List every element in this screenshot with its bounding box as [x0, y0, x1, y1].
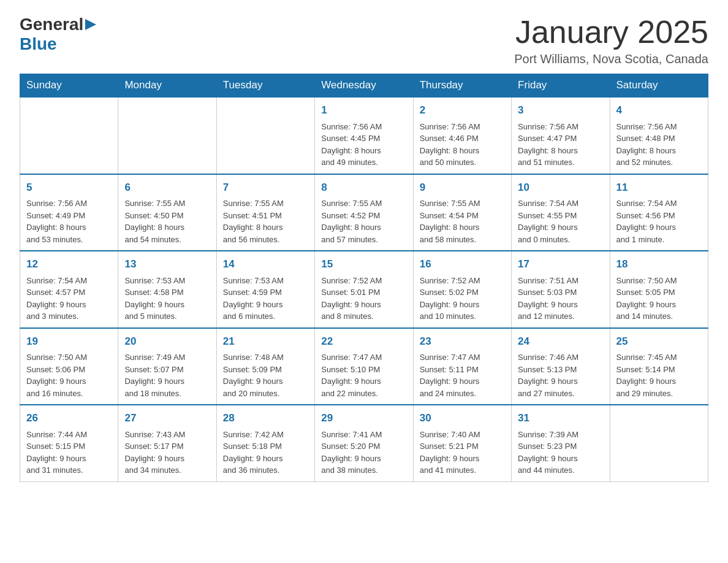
calendar-cell: 7Sunrise: 7:55 AM Sunset: 4:51 PM Daylig… — [216, 174, 314, 251]
calendar-cell: 3Sunrise: 7:56 AM Sunset: 4:47 PM Daylig… — [512, 97, 610, 174]
day-info: Sunrise: 7:54 AM Sunset: 4:55 PM Dayligh… — [518, 197, 603, 245]
day-number: 26 — [26, 410, 112, 426]
day-number: 11 — [616, 180, 702, 196]
calendar-cell: 2Sunrise: 7:56 AM Sunset: 4:46 PM Daylig… — [413, 97, 511, 174]
logo-blue-text: Blue — [20, 34, 57, 53]
day-number: 1 — [321, 102, 406, 118]
day-info: Sunrise: 7:49 AM Sunset: 5:07 PM Dayligh… — [124, 351, 210, 399]
calendar-cell: 6Sunrise: 7:55 AM Sunset: 4:50 PM Daylig… — [118, 174, 216, 251]
day-info: Sunrise: 7:40 AM Sunset: 5:21 PM Dayligh… — [420, 429, 505, 477]
calendar-cell: 25Sunrise: 7:45 AM Sunset: 5:14 PM Dayli… — [610, 328, 708, 405]
calendar-week-row: 12Sunrise: 7:54 AM Sunset: 4:57 PM Dayli… — [20, 251, 708, 328]
calendar-week-row: 26Sunrise: 7:44 AM Sunset: 5:15 PM Dayli… — [20, 405, 708, 481]
day-number: 20 — [124, 334, 210, 350]
day-number: 6 — [124, 180, 210, 196]
calendar-cell: 21Sunrise: 7:48 AM Sunset: 5:09 PM Dayli… — [216, 328, 314, 405]
day-info: Sunrise: 7:55 AM Sunset: 4:50 PM Dayligh… — [124, 197, 210, 245]
calendar-cell: 23Sunrise: 7:47 AM Sunset: 5:11 PM Dayli… — [413, 328, 511, 405]
day-number: 7 — [223, 180, 308, 196]
day-info: Sunrise: 7:56 AM Sunset: 4:49 PM Dayligh… — [26, 197, 112, 245]
calendar-table: SundayMondayTuesdayWednesdayThursdayFrid… — [20, 74, 708, 482]
calendar-cell — [216, 97, 314, 174]
day-info: Sunrise: 7:41 AM Sunset: 5:20 PM Dayligh… — [321, 429, 406, 477]
col-header-monday: Monday — [118, 74, 216, 98]
logo: General Blue — [20, 15, 96, 54]
day-info: Sunrise: 7:52 AM Sunset: 5:01 PM Dayligh… — [321, 275, 406, 323]
calendar-week-row: 5Sunrise: 7:56 AM Sunset: 4:49 PM Daylig… — [20, 174, 708, 251]
day-info: Sunrise: 7:46 AM Sunset: 5:13 PM Dayligh… — [518, 351, 603, 399]
day-info: Sunrise: 7:44 AM Sunset: 5:15 PM Dayligh… — [26, 429, 112, 477]
calendar-cell: 13Sunrise: 7:53 AM Sunset: 4:58 PM Dayli… — [118, 251, 216, 328]
day-info: Sunrise: 7:55 AM Sunset: 4:52 PM Dayligh… — [321, 197, 406, 245]
day-number: 17 — [518, 256, 603, 272]
day-info: Sunrise: 7:53 AM Sunset: 4:59 PM Dayligh… — [223, 275, 308, 323]
calendar-cell: 31Sunrise: 7:39 AM Sunset: 5:23 PM Dayli… — [512, 405, 610, 481]
day-number: 15 — [321, 256, 406, 272]
calendar-cell: 12Sunrise: 7:54 AM Sunset: 4:57 PM Dayli… — [20, 251, 118, 328]
calendar-cell: 5Sunrise: 7:56 AM Sunset: 4:49 PM Daylig… — [20, 174, 118, 251]
month-title: January 2025 — [514, 15, 708, 50]
page-header: General Blue January 2025 Port Williams,… — [20, 15, 708, 66]
day-number: 27 — [124, 410, 210, 426]
day-info: Sunrise: 7:52 AM Sunset: 5:02 PM Dayligh… — [420, 275, 505, 323]
day-number: 18 — [616, 256, 702, 272]
calendar-cell — [118, 97, 216, 174]
day-info: Sunrise: 7:50 AM Sunset: 5:05 PM Dayligh… — [616, 275, 702, 323]
calendar-cell: 24Sunrise: 7:46 AM Sunset: 5:13 PM Dayli… — [512, 328, 610, 405]
day-info: Sunrise: 7:39 AM Sunset: 5:23 PM Dayligh… — [518, 429, 603, 477]
calendar-cell: 18Sunrise: 7:50 AM Sunset: 5:05 PM Dayli… — [610, 251, 708, 328]
col-header-saturday: Saturday — [610, 74, 708, 98]
calendar-cell: 29Sunrise: 7:41 AM Sunset: 5:20 PM Dayli… — [315, 405, 413, 481]
day-info: Sunrise: 7:50 AM Sunset: 5:06 PM Dayligh… — [26, 351, 112, 399]
day-number: 29 — [321, 410, 406, 426]
day-number: 10 — [518, 180, 603, 196]
calendar-cell: 17Sunrise: 7:51 AM Sunset: 5:03 PM Dayli… — [512, 251, 610, 328]
day-number: 3 — [518, 102, 603, 118]
day-info: Sunrise: 7:56 AM Sunset: 4:48 PM Dayligh… — [616, 121, 702, 169]
day-number: 9 — [420, 180, 505, 196]
day-info: Sunrise: 7:47 AM Sunset: 5:10 PM Dayligh… — [321, 351, 406, 399]
day-number: 25 — [616, 334, 702, 350]
day-number: 8 — [321, 180, 406, 196]
day-number: 13 — [124, 256, 210, 272]
day-info: Sunrise: 7:54 AM Sunset: 4:57 PM Dayligh… — [26, 275, 112, 323]
day-info: Sunrise: 7:45 AM Sunset: 5:14 PM Dayligh… — [616, 351, 702, 399]
calendar-cell: 27Sunrise: 7:43 AM Sunset: 5:17 PM Dayli… — [118, 405, 216, 481]
calendar-cell: 30Sunrise: 7:40 AM Sunset: 5:21 PM Dayli… — [413, 405, 511, 481]
calendar-cell: 19Sunrise: 7:50 AM Sunset: 5:06 PM Dayli… — [20, 328, 118, 405]
calendar-cell: 20Sunrise: 7:49 AM Sunset: 5:07 PM Dayli… — [118, 328, 216, 405]
title-block: January 2025 Port Williams, Nova Scotia,… — [514, 15, 708, 66]
col-header-sunday: Sunday — [20, 74, 118, 98]
calendar-cell: 8Sunrise: 7:55 AM Sunset: 4:52 PM Daylig… — [315, 174, 413, 251]
day-info: Sunrise: 7:51 AM Sunset: 5:03 PM Dayligh… — [518, 275, 603, 323]
day-info: Sunrise: 7:42 AM Sunset: 5:18 PM Dayligh… — [223, 429, 308, 477]
day-info: Sunrise: 7:56 AM Sunset: 4:47 PM Dayligh… — [518, 121, 603, 169]
day-number: 4 — [616, 102, 702, 118]
calendar-cell: 11Sunrise: 7:54 AM Sunset: 4:56 PM Dayli… — [610, 174, 708, 251]
calendar-cell: 10Sunrise: 7:54 AM Sunset: 4:55 PM Dayli… — [512, 174, 610, 251]
day-info: Sunrise: 7:56 AM Sunset: 4:45 PM Dayligh… — [321, 121, 406, 169]
logo-arrow-icon — [85, 19, 96, 33]
col-header-tuesday: Tuesday — [216, 74, 314, 98]
day-number: 5 — [26, 180, 112, 196]
calendar-header-row: SundayMondayTuesdayWednesdayThursdayFrid… — [20, 74, 708, 98]
day-number: 16 — [420, 256, 505, 272]
calendar-cell: 15Sunrise: 7:52 AM Sunset: 5:01 PM Dayli… — [315, 251, 413, 328]
day-number: 14 — [223, 256, 308, 272]
calendar-cell: 16Sunrise: 7:52 AM Sunset: 5:02 PM Dayli… — [413, 251, 511, 328]
day-info: Sunrise: 7:56 AM Sunset: 4:46 PM Dayligh… — [420, 121, 505, 169]
day-info: Sunrise: 7:55 AM Sunset: 4:54 PM Dayligh… — [420, 197, 505, 245]
calendar-cell: 4Sunrise: 7:56 AM Sunset: 4:48 PM Daylig… — [610, 97, 708, 174]
calendar-cell: 26Sunrise: 7:44 AM Sunset: 5:15 PM Dayli… — [20, 405, 118, 481]
calendar-cell — [610, 405, 708, 481]
calendar-cell: 1Sunrise: 7:56 AM Sunset: 4:45 PM Daylig… — [315, 97, 413, 174]
calendar-cell: 28Sunrise: 7:42 AM Sunset: 5:18 PM Dayli… — [216, 405, 314, 481]
day-info: Sunrise: 7:55 AM Sunset: 4:51 PM Dayligh… — [223, 197, 308, 245]
col-header-friday: Friday — [512, 74, 610, 98]
calendar-cell: 22Sunrise: 7:47 AM Sunset: 5:10 PM Dayli… — [315, 328, 413, 405]
location-title: Port Williams, Nova Scotia, Canada — [514, 52, 708, 66]
col-header-thursday: Thursday — [413, 74, 511, 98]
calendar-cell: 14Sunrise: 7:53 AM Sunset: 4:59 PM Dayli… — [216, 251, 314, 328]
day-number: 19 — [26, 334, 112, 350]
calendar-week-row: 19Sunrise: 7:50 AM Sunset: 5:06 PM Dayli… — [20, 328, 708, 405]
